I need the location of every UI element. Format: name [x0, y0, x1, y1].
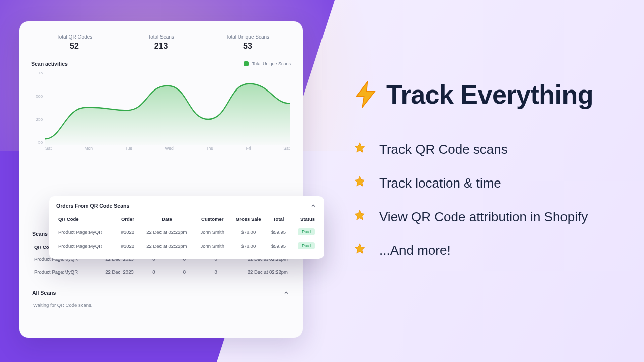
stat-unique-scans: Total Unique Scans 53 — [204, 34, 291, 51]
stat-label: Total Scans — [118, 34, 204, 40]
feature-bullet: Track QR Code scans — [352, 141, 632, 158]
chart-legend: Total Unique Scans — [244, 61, 291, 66]
svg-marker-0 — [356, 82, 375, 108]
lightning-bolt-icon — [352, 81, 379, 108]
stats-row: Total QR Codes 52 Total Scans 213 Total … — [31, 32, 291, 58]
hero-headline: Track Everything — [386, 79, 593, 110]
all-scans-section: All Scans Waiting for QR Code scans. — [31, 285, 291, 311]
chart-x-axis: Sat Mon Tue Wed Thu Fri Sat — [45, 146, 290, 154]
stat-value: 52 — [31, 42, 118, 51]
table-row[interactable]: Product Page:MyQR #1022 22 Dec at 02:22p… — [56, 239, 317, 253]
legend-swatch-icon — [244, 61, 249, 66]
section-title: Orders From QR Code Scans — [56, 203, 129, 209]
stat-value: 213 — [118, 42, 204, 51]
scan-activities-chart: Scan activities Total Unique Scans 75 50… — [31, 61, 291, 154]
stat-total-scans: Total Scans 213 — [118, 34, 204, 51]
chevron-up-icon[interactable] — [283, 289, 290, 296]
chevron-up-icon[interactable] — [310, 202, 317, 209]
orders-table: QR Code Order Date Customer Gross Sale T… — [56, 213, 317, 253]
legend-label: Total Unique Scans — [252, 61, 291, 66]
stat-value: 53 — [204, 42, 291, 51]
section-title: All Scans — [32, 290, 56, 296]
waiting-message: Waiting for QR Code scans. — [32, 300, 290, 309]
status-badge: Paid — [298, 242, 315, 249]
chart-plot — [45, 71, 290, 145]
feature-bullet: ...And more! — [352, 242, 632, 259]
chart-title: Scan activities — [31, 61, 68, 67]
table-row[interactable]: Product Page:MyQR #1022 22 Dec at 02:22p… — [56, 225, 317, 239]
feature-bullet: View QR Code attribution in Shopify — [352, 208, 632, 226]
star-icon — [352, 209, 367, 224]
star-icon — [352, 175, 367, 191]
stat-total-qr: Total QR Codes 52 — [31, 34, 118, 51]
dashboard-card: Total QR Codes 52 Total Scans 213 Total … — [19, 21, 303, 338]
star-icon — [352, 142, 367, 157]
status-badge: Paid — [298, 228, 315, 235]
table-row[interactable]: Product Page:MyQR 22 Dec, 2023 0 0 0 22 … — [32, 265, 290, 278]
star-icon — [352, 243, 367, 258]
orders-from-qr-section: Orders From QR Code Scans QR Code Order … — [49, 196, 324, 259]
chart-y-axis: 75 500 250 50 — [31, 71, 44, 145]
hero-column: Track Everything Track QR Code scans Tra… — [352, 79, 632, 259]
stat-label: Total QR Codes — [31, 34, 118, 40]
feature-bullet: Track location & time — [352, 174, 632, 192]
stat-label: Total Unique Scans — [204, 34, 291, 40]
